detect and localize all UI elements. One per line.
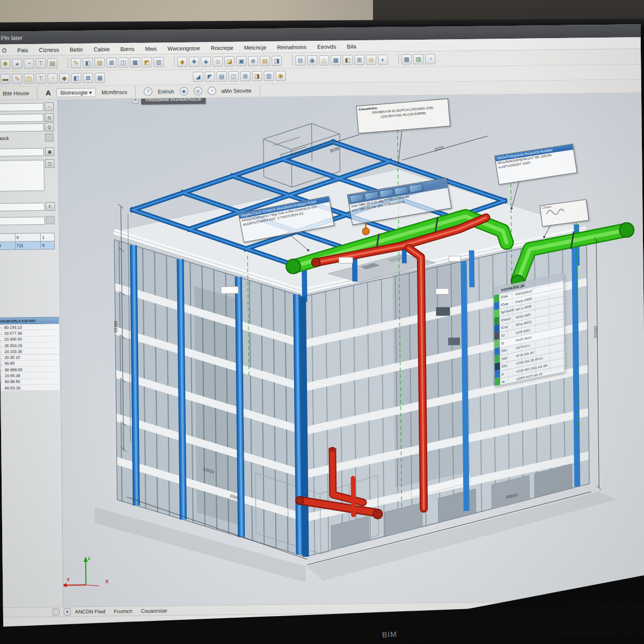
toolbar-icon[interactable]: ✱ bbox=[0, 58, 10, 69]
toolbar-icon[interactable]: ▤ bbox=[216, 71, 226, 82]
tree-node-icon[interactable]: a ₂ bbox=[0, 362, 5, 365]
toolbar-icon[interactable]: ⊕ bbox=[248, 56, 258, 66]
toolbar-icon[interactable]: ✎ bbox=[71, 58, 81, 68]
toolbar-icon[interactable]: ▨ bbox=[94, 57, 105, 68]
tree-node-icon[interactable]: a ₂ bbox=[0, 332, 4, 335]
menu-item[interactable]: Mws bbox=[145, 45, 157, 52]
tree-node-icon[interactable]: a ₂ bbox=[0, 374, 5, 377]
grid-cell[interactable] bbox=[0, 233, 15, 241]
toolbar-icon[interactable]: ◉ bbox=[307, 55, 317, 65]
status-item[interactable]: Couaorsioe bbox=[141, 608, 167, 614]
toolbar-icon[interactable]: ◔ bbox=[425, 54, 435, 64]
menu-item[interactable]: Roicrepe bbox=[211, 44, 233, 50]
toolbar-icon[interactable]: ▥ bbox=[264, 71, 274, 81]
toolbar-icon[interactable]: ◈ bbox=[201, 56, 211, 67]
grid-cell[interactable]: 711 bbox=[15, 241, 41, 250]
toolbar-icon[interactable]: ◔ bbox=[47, 74, 57, 84]
toolbar-icon[interactable]: ▬ bbox=[0, 74, 10, 84]
style-secondary-label[interactable]: Mcmftnscs bbox=[101, 89, 127, 96]
field-swatch[interactable] bbox=[46, 216, 54, 224]
tree-node-icon[interactable]: a ₂ bbox=[0, 368, 5, 371]
toolbar-icon[interactable]: ▤ bbox=[260, 56, 270, 66]
toolbar-icon[interactable]: ◔ bbox=[24, 58, 34, 69]
status-item[interactable]: ANCDN Flwd bbox=[75, 609, 106, 615]
toolbar-icon[interactable]: ⊠ bbox=[106, 57, 116, 68]
menu-item[interactable]: Meicncje bbox=[244, 44, 267, 50]
property-field[interactable] bbox=[0, 203, 45, 211]
toolbar-icon[interactable]: ◩ bbox=[142, 57, 152, 67]
status-icon-sync[interactable]: ⊗ bbox=[64, 608, 71, 615]
help-icon[interactable]: ? bbox=[144, 87, 152, 96]
toolbar-icon[interactable]: ⊟ bbox=[295, 55, 305, 65]
status-icon-box[interactable]: ▢ bbox=[53, 609, 60, 616]
font-style-button[interactable]: A bbox=[46, 89, 51, 97]
toolbar-icon[interactable]: ◫ bbox=[228, 71, 238, 82]
toolbar-icon[interactable]: ▩ bbox=[401, 54, 412, 64]
menu-item[interactable]: O bbox=[2, 47, 6, 53]
toolbar-icon[interactable]: ▦ bbox=[94, 73, 105, 83]
expand-button[interactable]: ◳ bbox=[45, 159, 54, 168]
toolbar-icon[interactable]: ◧ bbox=[71, 73, 81, 83]
tree-node-icon[interactable]: a ₂ bbox=[0, 380, 5, 384]
toolbar-icon[interactable]: ✎ bbox=[12, 74, 22, 84]
toolbar-icon[interactable]: ◤ bbox=[204, 71, 215, 82]
toolbar-icon[interactable]: ▧ bbox=[413, 54, 423, 64]
property-field[interactable] bbox=[0, 217, 45, 225]
grid-cell[interactable]: 60 bbox=[0, 241, 15, 250]
options-right-label[interactable]: aMn Seoxtte bbox=[221, 87, 251, 94]
menu-item[interactable]: Biens bbox=[120, 45, 134, 52]
property-field[interactable] bbox=[0, 148, 44, 157]
schedule-list-item[interactable]: a ₂ 60.03.28 bbox=[0, 385, 60, 392]
grid-cell[interactable]: 9 bbox=[41, 241, 55, 249]
property-field[interactable] bbox=[0, 114, 43, 122]
property-field[interactable] bbox=[0, 103, 43, 112]
toolbar-icon[interactable]: ⊠ bbox=[83, 73, 93, 83]
tree-node-icon[interactable]: a ₂ bbox=[0, 356, 4, 359]
sync-icon[interactable]: ◎ bbox=[193, 87, 202, 96]
tree-node-icon[interactable]: a ₂ bbox=[0, 338, 4, 341]
search-button[interactable]: Q bbox=[45, 123, 54, 131]
toolbar-icon[interactable]: ◫ bbox=[118, 57, 128, 68]
menu-item[interactable]: Eeovds bbox=[317, 43, 336, 49]
schedule-header[interactable]: SrSCMcGPLA A10 NSY bbox=[0, 317, 59, 325]
toolbar-icon[interactable]: ⊤ bbox=[35, 58, 46, 68]
grid-row-selected[interactable]: 607119 bbox=[0, 241, 55, 250]
menu-item[interactable]: Cizness bbox=[39, 46, 58, 53]
toolbar-icon[interactable]: ◪ bbox=[224, 56, 235, 66]
toolbar-icon[interactable]: ⊞ bbox=[240, 71, 250, 81]
toolbar-icon[interactable]: △ bbox=[319, 55, 329, 65]
menu-item[interactable]: Wwcengotoe bbox=[167, 45, 200, 52]
list-box[interactable] bbox=[0, 160, 45, 192]
wireframe-penthouse[interactable] bbox=[264, 123, 340, 188]
language-label[interactable]: Eolrish bbox=[158, 89, 174, 94]
field-button[interactable]: ◎ bbox=[45, 113, 54, 122]
menu-item[interactable]: Bila bbox=[347, 43, 356, 49]
toolbar-icon[interactable]: ◆ bbox=[59, 73, 69, 83]
toolbar-icon[interactable]: ◢ bbox=[193, 71, 203, 82]
viewport-3d[interactable]: n Rtissubikee inGinkiKfnoo3e Casualedes.… bbox=[58, 93, 644, 606]
toolbar-icon[interactable]: ◉ bbox=[275, 71, 286, 81]
schedule-overlay[interactable]: KOVNUOV Jfr. fOde Arbrzbzbvcf bbox=[493, 273, 565, 386]
toolbar-icon[interactable]: ◨ bbox=[252, 71, 262, 81]
toolbar-icon[interactable]: ◫ bbox=[24, 74, 34, 84]
toolbar-icon[interactable]: ▣ bbox=[236, 56, 246, 66]
menu-item[interactable]: Betto bbox=[70, 46, 83, 53]
tree-node-icon[interactable]: a ₂ bbox=[0, 326, 4, 329]
color-swatch[interactable] bbox=[45, 134, 54, 142]
toolbar-icon[interactable]: ◧ bbox=[83, 57, 93, 68]
toolbar-icon[interactable]: ✚ bbox=[189, 56, 199, 67]
refresh-icon[interactable]: ◔ bbox=[207, 86, 216, 95]
property-field[interactable] bbox=[0, 123, 44, 132]
toolbar-icon[interactable]: ◕ bbox=[12, 58, 22, 69]
toolbar-icon[interactable]: ◆ bbox=[177, 56, 187, 67]
language-globe-icon[interactable]: ◉ bbox=[179, 87, 188, 96]
toolbar-icon[interactable]: ⊤ bbox=[35, 74, 46, 84]
toolbar-icon[interactable]: ▦ bbox=[331, 55, 341, 65]
grid-cell[interactable]: 9 bbox=[15, 233, 41, 241]
toolbar-icon[interactable]: ⊞ bbox=[354, 55, 364, 65]
toolbar-icon[interactable]: ◨ bbox=[272, 55, 282, 65]
toolbar-icon[interactable]: ◧ bbox=[342, 55, 353, 65]
menu-item[interactable]: Reinalnoins bbox=[277, 43, 306, 50]
menu-item[interactable]: Caloie bbox=[93, 46, 109, 52]
tree-node-icon[interactable]: a ₂ bbox=[0, 344, 4, 347]
